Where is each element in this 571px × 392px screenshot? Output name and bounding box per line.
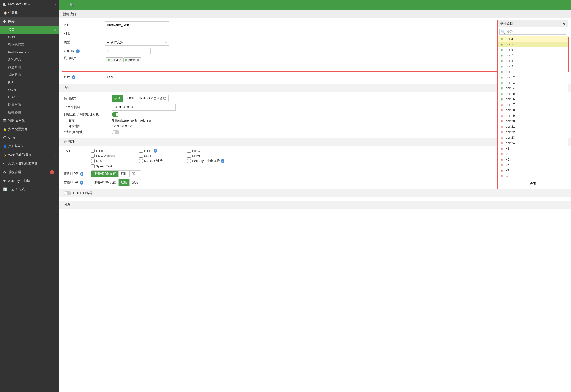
info-icon[interactable]: i (80, 172, 84, 176)
port-icon: ▦ (107, 58, 110, 61)
panel-item-port22[interactable]: ▦port22 (498, 129, 568, 135)
sidebar-item-接口[interactable]: 接口☆ (0, 26, 60, 34)
tx-lldp-vdom[interactable]: 使用VDOM设置 (91, 179, 119, 186)
port-icon: ▦ (500, 54, 504, 57)
panel-item-port19[interactable]: ▦port19 (498, 113, 568, 118)
panel-search-input[interactable] (506, 30, 565, 34)
input-ipmask[interactable] (112, 104, 176, 111)
tx-lldp-disable[interactable]: 禁用 (130, 179, 141, 186)
checkbox-speed-test[interactable]: Speed Test (91, 165, 138, 168)
panel-item-x5[interactable]: ▦x5 (498, 157, 568, 162)
panel-item-port20[interactable]: ▦port20 (498, 118, 568, 124)
panel-search[interactable]: 🔍 (499, 29, 566, 35)
checkbox-fmg-access[interactable]: FMG-Access (91, 154, 138, 158)
remove-icon[interactable]: ✕ (119, 58, 122, 62)
star-icon[interactable]: ☆ (53, 28, 56, 31)
info-icon[interactable]: i (221, 159, 225, 163)
panel-item-port13[interactable]: ▦port13 (498, 80, 568, 85)
nav-wireless[interactable]: ᯤ无线 & 交换机控制器› (0, 159, 60, 168)
checkbox-security-fabric连接[interactable]: Security Fabric连接 i (187, 159, 234, 163)
nav-vpn[interactable]: 🖵VPN› (0, 134, 60, 142)
panel-item-port12[interactable]: ▦port12 (498, 74, 568, 80)
sidebar-item-数据包捕获[interactable]: 数据包捕获 (0, 41, 60, 49)
panel-item-port18[interactable]: ▦port18 (498, 107, 568, 113)
panel-item-x6[interactable]: ▦x6 (498, 162, 568, 168)
tx-lldp-enable[interactable]: 启用 (119, 179, 130, 186)
rx-lldp-disable[interactable]: 禁用 (130, 171, 141, 177)
remove-icon[interactable]: ✕ (137, 58, 139, 62)
device-selector[interactable]: ▥ FortiGate-601F ▼ (0, 0, 60, 8)
checkbox-ping[interactable]: PING (187, 149, 234, 153)
nav-dashboard[interactable]: 🏠仪表板› (0, 8, 60, 17)
checkbox-ftm[interactable]: FTM (91, 159, 138, 163)
sidebar-item-DNS[interactable]: DNS (0, 34, 60, 41)
panel-close-button[interactable]: 关闭 (520, 180, 545, 187)
select-role[interactable]: LAN▾ (105, 73, 169, 80)
input-name[interactable] (105, 21, 169, 28)
panel-item-port21[interactable]: ▦port21 (498, 124, 568, 129)
info-icon[interactable]: i (80, 181, 84, 184)
panel-item-port11[interactable]: ▦port11 (498, 69, 568, 74)
panel-title: 选择条目 (500, 22, 563, 26)
sidebar-item-组播路由[interactable]: 组播路由 (0, 109, 60, 116)
sidebar-item-静态路由[interactable]: 静态路由 (0, 63, 60, 71)
chip-port5[interactable]: ▦port5✕ (123, 57, 141, 62)
chip-port4[interactable]: ▦port4✕ (106, 57, 123, 62)
search-icon[interactable]: 🔍 (70, 3, 74, 7)
panel-item-port24[interactable]: ▦port24 (498, 140, 568, 146)
sidebar-item-SD-WAN[interactable]: SD-WAN (0, 56, 60, 63)
sidebar-item-FortiExtenders[interactable]: FortiExtenders (0, 49, 60, 56)
checkbox-http[interactable]: HTTP i (139, 149, 186, 153)
panel-item-port4[interactable]: ▦port4 (498, 36, 568, 42)
panel-item-port8[interactable]: ▦port8 (498, 58, 568, 64)
members-chips[interactable]: ▦port4✕▦port5✕ + (105, 56, 169, 68)
panel-item-port5[interactable]: ▦port5 (498, 42, 568, 47)
panel-item-port9[interactable]: ▦port9 (498, 64, 568, 69)
toggle-create-addr-obj[interactable] (112, 112, 120, 116)
panel-item-x8[interactable]: ▦x8 (498, 173, 568, 179)
ifmode-dhcp[interactable]: DHCP (123, 95, 137, 102)
toggle-extra-ip[interactable] (112, 130, 120, 134)
rx-lldp-enable[interactable]: 启用 (119, 171, 130, 177)
nav-security[interactable]: 🔒安全配置文件› (0, 125, 60, 134)
nav-policy[interactable]: ☰策略 & 对象› (0, 116, 60, 125)
sidebar-item-路由对象[interactable]: 路由对象 (0, 101, 60, 109)
sidebar-item-BGP[interactable]: BGP (0, 93, 60, 101)
add-member-button[interactable]: + (106, 63, 168, 67)
panel-item-port14[interactable]: ▦port14 (498, 85, 568, 91)
info-icon[interactable]: i (153, 149, 157, 153)
input-alias[interactable] (105, 30, 169, 37)
ifmode-manual[interactable]: 手动 (112, 95, 123, 102)
sidebar-item-OSPF[interactable]: OSPF (0, 86, 60, 93)
sidebar-item-策略路由[interactable]: 策略路由 (0, 71, 60, 79)
nav-system[interactable]: ⚙系统管理1› (0, 168, 60, 177)
panel-item-port17[interactable]: ▦port17 (498, 102, 568, 107)
menu-icon[interactable]: ☰ (63, 3, 66, 7)
panel-item-port7[interactable]: ▦port7 (498, 53, 568, 58)
panel-item-port23[interactable]: ▦port23 (498, 135, 568, 140)
toggle-dhcp-server[interactable] (64, 191, 71, 195)
panel-item-x7[interactable]: ▦x7 (498, 168, 568, 173)
panel-item-port6[interactable]: ▦port6 (498, 47, 568, 53)
nav-user[interactable]: 👤用户与认证› (0, 142, 60, 151)
nav-fabric[interactable]: ※Security Fabric› (0, 177, 60, 185)
panel-item-x1[interactable]: ▦x1 (498, 146, 568, 151)
checkbox-ssh[interactable]: SSH (139, 154, 186, 158)
nav-log[interactable]: 📊日志 & 报表› (0, 185, 60, 194)
checkbox-https[interactable]: HTTPS (91, 149, 138, 153)
nav-wanopt[interactable]: ⚡WAN优化和缓存› (0, 151, 60, 159)
checkbox-radius计费[interactable]: RADIUS计费 (139, 159, 186, 163)
info-icon[interactable]: i (76, 49, 80, 53)
panel-item-x2[interactable]: ▦x2 (498, 151, 568, 157)
info-icon[interactable]: i (72, 75, 75, 79)
nav-network[interactable]: ✥网络⌄ (0, 17, 60, 26)
ifmode-fortiipam[interactable]: FortiIPAM自动管理 (137, 95, 168, 102)
input-vrf[interactable] (105, 47, 150, 54)
select-type[interactable]: ⇄ 硬件交换▾ (105, 39, 169, 46)
panel-item-port15[interactable]: ▦port15 (498, 91, 568, 96)
panel-item-port16[interactable]: ▦port16 (498, 96, 568, 102)
checkbox-snmp[interactable]: SNMP (187, 154, 234, 158)
sidebar-item-RIP[interactable]: RIP (0, 79, 60, 86)
close-icon[interactable]: ✕ (563, 22, 565, 26)
rx-lldp-vdom[interactable]: 使用VDOM设置 (91, 171, 119, 177)
